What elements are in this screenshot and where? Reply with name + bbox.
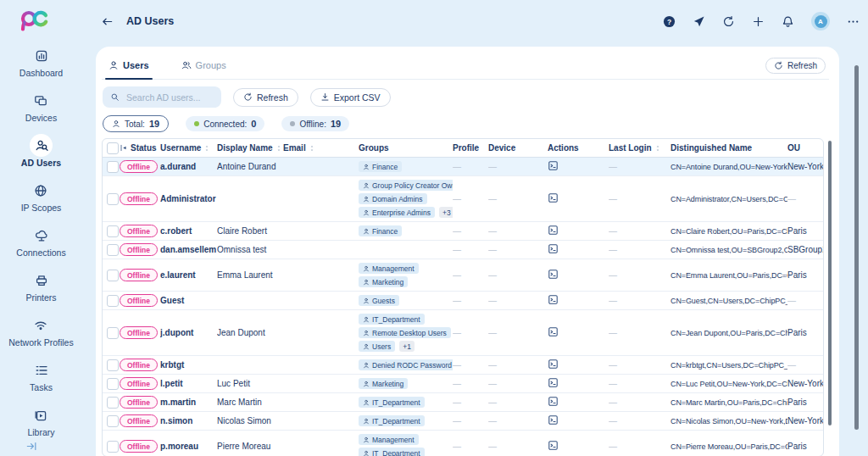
connected-badge[interactable]: Connected: 0 — [186, 116, 264, 131]
row-checkbox[interactable] — [107, 295, 119, 307]
table-row[interactable]: Offlinem.martinMarc MartinIT_Department—… — [103, 393, 823, 412]
display-name-cell: Antoine Durand — [217, 162, 283, 171]
table-row[interactable]: Offlinej.dupontJean DupontIT_DepartmentR… — [103, 310, 823, 356]
group-chip[interactable]: Remote Desktop Users — [359, 327, 451, 338]
row-checkbox[interactable] — [107, 270, 119, 281]
console-icon[interactable] — [548, 396, 559, 407]
row-checkbox[interactable] — [107, 244, 119, 256]
group-chip[interactable]: Finance — [359, 161, 402, 172]
search-input[interactable] — [125, 92, 214, 103]
sidebar-item-printers[interactable]: Printers — [25, 269, 56, 303]
panel-refresh-button[interactable]: Refresh — [765, 58, 826, 74]
console-icon[interactable] — [548, 359, 559, 370]
table-row[interactable]: OfflineGuestGuests———CN=Guest,CN=Users,D… — [103, 292, 823, 310]
plane-icon[interactable] — [693, 15, 705, 28]
console-icon[interactable] — [548, 414, 559, 425]
table-row[interactable]: Offlinep.moreauPierre MoreauManagementIT… — [103, 431, 823, 456]
row-checkbox[interactable] — [107, 441, 119, 453]
table-row[interactable]: Offlinen.simonNicolas SimonIT_Department… — [103, 412, 823, 431]
search-box[interactable] — [103, 86, 221, 108]
row-checkbox[interactable] — [107, 378, 119, 390]
refresh-button[interactable]: Refresh — [233, 88, 298, 107]
more-groups-chip[interactable]: +1 — [399, 341, 415, 352]
column-header-email[interactable]: Email — [283, 143, 359, 153]
sort-icon[interactable] — [309, 144, 315, 153]
table-scrollbar[interactable] — [828, 141, 832, 425]
group-chip[interactable]: Group Policy Creator Owners — [359, 180, 453, 191]
table-row[interactable]: OfflinekrbtgtDenied RODC Password Replic… — [103, 356, 823, 375]
console-icon[interactable] — [548, 243, 559, 254]
sidebar-item-devices[interactable]: Devices — [25, 89, 57, 123]
sidebar-item-connections[interactable]: Connections — [16, 224, 65, 258]
group-chip[interactable]: IT_Department — [359, 397, 425, 408]
help-icon[interactable]: ? — [663, 15, 676, 28]
group-chip[interactable]: Marketing — [359, 276, 408, 287]
column-header-username[interactable]: Username — [160, 143, 217, 153]
console-icon[interactable] — [548, 377, 559, 388]
group-chip[interactable]: Management — [359, 263, 419, 274]
more-icon[interactable] — [847, 15, 860, 28]
group-chip-label: Remote Desktop Users — [372, 329, 447, 337]
sidebar-item-ip-scopes[interactable]: IP Scopes — [21, 179, 62, 213]
plus-icon[interactable] — [752, 15, 765, 28]
users-icon — [181, 60, 192, 70]
column-header-display-name[interactable]: Display Name — [217, 143, 283, 153]
column-header-status[interactable]: Status — [120, 143, 160, 153]
row-checkbox[interactable] — [107, 161, 119, 173]
group-chip[interactable]: IT_Department — [359, 314, 425, 325]
table-row[interactable]: Offlinec.robertClaire RobertFinance———CN… — [103, 222, 823, 241]
group-chip[interactable]: Users — [359, 341, 395, 352]
group-chip[interactable]: IT_Department — [359, 448, 425, 456]
group-chip[interactable]: Denied RODC Password Replic — [359, 359, 453, 370]
console-icon[interactable] — [548, 192, 559, 203]
group-chip[interactable]: IT_Department — [359, 415, 425, 426]
group-chip[interactable]: Domain Admins — [359, 193, 427, 204]
pin-column-icon[interactable] — [120, 144, 127, 152]
table-row[interactable]: Offlinea.durandAntoine DurandFinance———C… — [103, 158, 823, 176]
back-button[interactable] — [101, 15, 114, 28]
refresh-icon[interactable] — [722, 15, 735, 28]
group-chip[interactable]: Marketing — [359, 378, 408, 389]
group-chip[interactable]: Finance — [359, 225, 402, 236]
group-chip[interactable]: Enterprise Admins — [359, 207, 435, 218]
tab-groups[interactable]: Groups — [178, 60, 230, 79]
group-chip[interactable]: Management — [359, 434, 419, 445]
console-icon[interactable] — [548, 326, 559, 337]
row-checkbox[interactable] — [107, 359, 119, 371]
sort-icon[interactable] — [654, 144, 661, 153]
row-checkbox[interactable] — [107, 327, 119, 339]
row-checkbox[interactable] — [107, 193, 119, 205]
table-row[interactable]: Offlinel.petitLuc PetitMarketing———CN=Lu… — [103, 375, 823, 393]
export-csv-button[interactable]: Export CSV — [310, 88, 391, 107]
table-row[interactable]: Offlinee.laurentEmma LaurentManagementMa… — [103, 259, 823, 292]
collapse-sidebar-icon[interactable] — [25, 440, 38, 453]
avatar[interactable]: A — [811, 12, 830, 31]
total-badge[interactable]: Total: 19 — [103, 115, 169, 132]
sort-icon[interactable] — [275, 144, 282, 153]
more-groups-chip[interactable]: +3 — [439, 207, 453, 218]
offline-badge[interactable]: Offline: 19 — [281, 116, 349, 131]
console-icon[interactable] — [548, 269, 559, 280]
sidebar-item-dashboard[interactable]: Dashboard — [19, 44, 63, 78]
row-checkbox[interactable] — [107, 397, 119, 409]
row-checkbox[interactable] — [107, 415, 119, 427]
row-checkbox[interactable] — [107, 225, 119, 237]
connections-icon — [30, 224, 53, 247]
sidebar-item-network-profiles[interactable]: Network Profiles — [8, 314, 73, 348]
console-icon[interactable] — [548, 225, 559, 236]
bell-icon[interactable] — [782, 15, 794, 28]
table-row[interactable]: Offlinedan.amsellemOmnissa test———CN=Omn… — [103, 241, 823, 259]
console-icon[interactable] — [548, 440, 559, 451]
column-header-last-login[interactable]: Last Login — [609, 143, 670, 153]
console-icon[interactable] — [548, 160, 559, 171]
console-icon[interactable] — [548, 294, 559, 305]
table-row[interactable]: OfflineAdministratorGroup Policy Creator… — [103, 176, 823, 222]
tab-users[interactable]: Users — [105, 60, 153, 79]
sidebar-item-ad-users[interactable]: AD Users — [21, 134, 61, 168]
sidebar-item-tasks[interactable]: Tasks — [30, 359, 53, 392]
group-chip[interactable]: Guests — [359, 295, 399, 306]
sort-icon[interactable] — [203, 144, 210, 153]
page-scrollbar[interactable] — [854, 65, 859, 430]
sidebar-item-library[interactable]: Library — [27, 403, 54, 437]
select-all-checkbox[interactable] — [107, 142, 119, 154]
